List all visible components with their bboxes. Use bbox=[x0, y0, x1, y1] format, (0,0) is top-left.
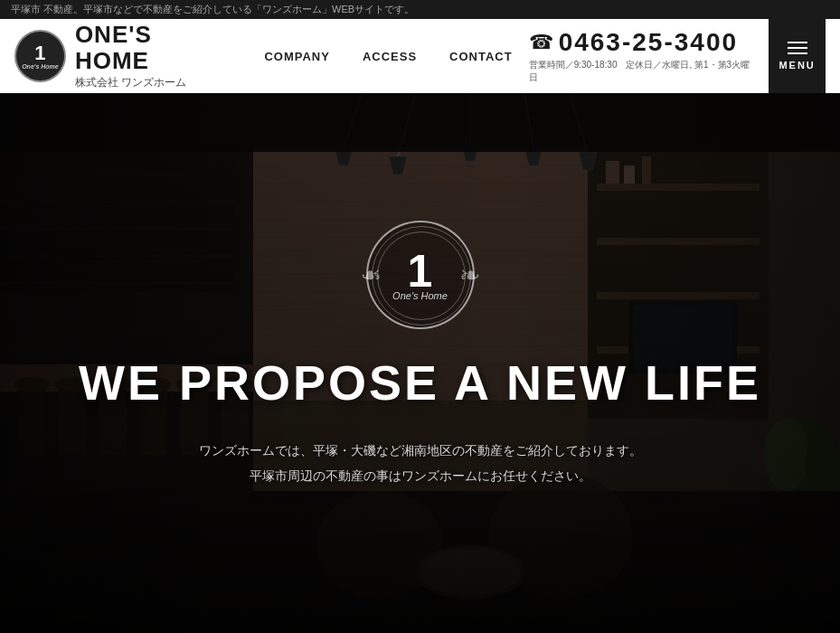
emblem-text: One's Home bbox=[392, 290, 448, 301]
hamburger-icon bbox=[788, 42, 807, 54]
logo-badge-text: One's Home bbox=[22, 63, 59, 70]
hero-desc-line2: 平塚市周辺の不動産の事はワンズホームにお任せください。 bbox=[199, 463, 642, 488]
hero-description: ワンズホームでは、平塚・大磯など湘南地区の不動産をご紹介しております。 平塚市周… bbox=[199, 438, 642, 488]
hero-emblem: ❧ ❧ 1 One's Home bbox=[366, 221, 475, 329]
hero-section: ❧ ❧ 1 One's Home WE PROPOSE A NEW LIFE ワ… bbox=[0, 93, 840, 633]
logo-number: 1 bbox=[34, 43, 45, 63]
site-header: 1 One's Home ONE'S HOME 株式会社 ワンズホーム COMP… bbox=[0, 19, 840, 93]
top-info-bar: 平塚市 不動産。平塚市などで不動産をご紹介している「ワンズホーム」WEBサイトで… bbox=[0, 0, 840, 19]
hero-desc-line1: ワンズホームでは、平塚・大磯など湘南地区の不動産をご紹介しております。 bbox=[199, 438, 642, 463]
emblem-circle: ❧ ❧ 1 One's Home bbox=[366, 221, 475, 329]
company-name-ja: 株式会社 ワンズホーム bbox=[75, 75, 231, 90]
logo-badge: 1 One's Home bbox=[14, 30, 66, 82]
hero-tagline: WE PROPOSE A NEW LIFE bbox=[79, 356, 761, 410]
phone-number-row: ☎ 0463-25-3400 bbox=[529, 28, 738, 57]
nav-company[interactable]: COMPANY bbox=[248, 19, 345, 93]
logo-text: ONE'S HOME 株式会社 ワンズホーム bbox=[75, 22, 231, 90]
phone-icon: ☎ bbox=[529, 31, 553, 54]
phone-hours: 営業時間／9:30-18:30 定休日／水曜日, 第1・第3火曜日 bbox=[529, 59, 755, 84]
main-nav: COMPANY ACCESS CONTACT bbox=[248, 19, 528, 93]
logo-area: 1 One's Home ONE'S HOME 株式会社 ワンズホーム bbox=[14, 22, 230, 90]
site-description: 平塚市 不動産。平塚市などで不動産をご紹介している「ワンズホーム」WEBサイトで… bbox=[11, 4, 414, 14]
menu-label: MENU bbox=[779, 60, 815, 71]
laurel-right-icon: ❧ bbox=[459, 260, 480, 290]
company-name-en: ONE'S HOME bbox=[75, 22, 231, 73]
nav-access[interactable]: ACCESS bbox=[346, 19, 433, 93]
laurel-left-icon: ❧ bbox=[361, 260, 382, 290]
phone-area: ☎ 0463-25-3400 営業時間／9:30-18:30 定休日／水曜日, … bbox=[529, 28, 755, 84]
menu-button[interactable]: MENU bbox=[769, 19, 826, 93]
emblem-number: 1 bbox=[408, 249, 433, 294]
nav-contact[interactable]: CONTACT bbox=[433, 19, 529, 93]
hero-content: ❧ ❧ 1 One's Home WE PROPOSE A NEW LIFE ワ… bbox=[0, 93, 840, 633]
phone-number: 0463-25-3400 bbox=[559, 28, 738, 57]
